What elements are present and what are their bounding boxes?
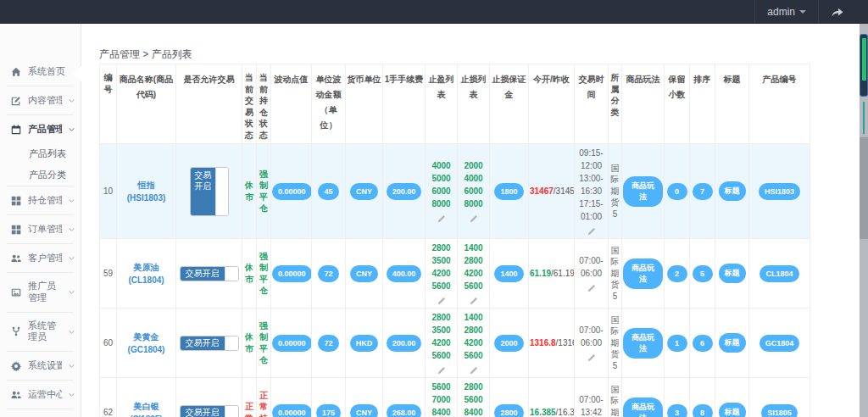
edit-pencil-icon[interactable] [470, 297, 478, 305]
sort-pill[interactable]: 7 [693, 183, 713, 200]
point-pill[interactable]: 0.00000 [272, 335, 312, 352]
unit-pill[interactable]: 72 [318, 335, 338, 352]
cell-sort: 5 [690, 239, 715, 309]
cell-trade-time: 07:00- 06:00 [575, 239, 609, 309]
cell-play: 商品玩法 [622, 144, 665, 239]
cell-sort: 7 [690, 144, 715, 239]
scrollbar-thumb[interactable] [860, 34, 868, 97]
scrollbar[interactable] [860, 24, 868, 417]
code-pill[interactable]: HSI1803 [759, 183, 800, 200]
point-pill[interactable]: 0.00000 [272, 183, 312, 200]
sidebar-subitem-product-category[interactable]: 产品分类 [0, 164, 81, 186]
product-link[interactable]: 美白银(SI1805) [118, 400, 175, 417]
play-button[interactable]: 商品玩法 [623, 176, 663, 207]
unit-pill[interactable]: 45 [318, 183, 338, 200]
sort-pill[interactable]: 8 [693, 404, 713, 417]
trade-toggle[interactable]: 交易开启 [190, 167, 229, 216]
currency-pill[interactable]: CNY [350, 265, 378, 282]
fee-pill[interactable]: 400.00 [387, 265, 422, 282]
point-pill[interactable]: 0.00000 [272, 265, 312, 282]
cell-currency: HKD [346, 309, 383, 378]
cell-toggle: 交易开启 [176, 144, 242, 239]
sidebar-item-promoters[interactable]: 推广员管理 [0, 273, 81, 312]
currency-pill[interactable]: CNY [350, 183, 378, 200]
cell-margin: 2000 [490, 309, 529, 378]
sidebar-item-label: 内容管理 [28, 94, 62, 107]
cell-stop-loss: 2800 5600 8400 11200 [458, 378, 490, 417]
col-product-code: 产品编号 [749, 64, 810, 144]
play-button[interactable]: 商品玩法 [623, 398, 663, 417]
decimals-pill[interactable]: 2 [667, 265, 687, 282]
cell-currency: CNY [346, 378, 383, 417]
sidebar-item-home[interactable]: 系统首页 [0, 58, 81, 86]
trade-toggle[interactable]: 交易开启 [180, 336, 239, 351]
fee-pill[interactable]: 200.00 [387, 335, 422, 352]
edit-pencil-icon[interactable] [587, 353, 596, 362]
trade-toggle[interactable]: 交易开启 [180, 405, 239, 417]
margin-pill[interactable]: 1800 [494, 183, 523, 200]
code-pill[interactable]: GC1804 [760, 335, 800, 352]
sidebar-item-customers[interactable]: 客户管理 [0, 244, 81, 272]
decimals-pill[interactable]: 3 [667, 404, 687, 417]
user-menu[interactable]: admin [754, 0, 819, 23]
fee-pill[interactable]: 268.00 [387, 404, 422, 417]
margin-pill[interactable]: 2800 [494, 404, 523, 417]
cell-trade-status: 休市 [242, 309, 257, 378]
cell-position-status: 强制平仓 [257, 309, 271, 378]
cell-margin: 2800 [490, 378, 529, 417]
fee-pill[interactable]: 200.00 [387, 183, 422, 200]
edit-pencil-icon[interactable] [470, 214, 478, 223]
edit-pencil-icon[interactable] [437, 297, 446, 305]
title-button[interactable]: 标题 [719, 181, 746, 201]
edit-icon [10, 95, 22, 107]
sidebar-item-content[interactable]: 内容管理 [0, 86, 81, 114]
play-button[interactable]: 商品玩法 [623, 259, 663, 289]
code-pill[interactable]: CL1804 [760, 265, 798, 282]
currency-pill[interactable]: HKD [350, 335, 379, 352]
currency-pill[interactable]: CNY [350, 404, 378, 417]
close-price: /16.395 [556, 408, 575, 417]
toggle-label: 交易开启 [191, 168, 215, 215]
sidebar-item-admins[interactable]: 系统管理员 [0, 313, 81, 352]
decimals-pill[interactable]: 1 [667, 335, 687, 352]
toggle-knob [225, 267, 238, 281]
edit-pencil-icon[interactable] [437, 366, 446, 375]
logout-button[interactable] [819, 0, 856, 23]
sidebar-item-products[interactable]: 产品管理 [0, 115, 81, 143]
title-button[interactable]: 标题 [719, 403, 746, 417]
sort-pill[interactable]: 5 [693, 265, 713, 282]
sidebar-item-orders[interactable]: 订单管理 [0, 215, 81, 243]
sidebar-subitem-product-list[interactable]: 产品列表 [0, 143, 81, 164]
edit-pencil-icon[interactable] [587, 227, 596, 236]
col-trade-status: 当前交易状态 [242, 64, 257, 144]
unit-pill[interactable]: 72 [318, 265, 338, 282]
play-button[interactable]: 商品玩法 [623, 328, 663, 359]
title-button[interactable]: 标题 [719, 333, 746, 353]
cell-open-close: 1316.8/1316.2 [529, 309, 575, 378]
point-pill[interactable]: 0.00000 [272, 404, 312, 417]
margin-pill[interactable]: 1400 [494, 265, 523, 282]
product-link[interactable]: 美原油(CL1804) [118, 261, 175, 286]
product-link[interactable]: 恒指(HSI1803) [118, 179, 175, 204]
open-price: 1316.8 [530, 338, 556, 348]
gear-icon [10, 360, 22, 372]
sidebar-item-operations[interactable]: 运营中心 [0, 381, 81, 409]
sort-pill[interactable]: 6 [693, 335, 713, 352]
sidebar-item-positions[interactable]: 持仓管理 [0, 186, 81, 214]
decimals-pill[interactable]: 0 [667, 183, 687, 200]
title-button[interactable]: 标题 [719, 264, 746, 283]
cell-id: 62 [100, 378, 117, 417]
cell-take-profit: 4000 5000 6000 8000 [426, 144, 458, 239]
col-name: 商品名称(商品代码) [117, 64, 176, 144]
sidebar-item-settings[interactable]: 系统设置 [0, 352, 81, 380]
edit-pencil-icon[interactable] [587, 284, 596, 292]
margin-pill[interactable]: 2000 [494, 335, 523, 352]
sidebar-item-label: 系统首页 [28, 65, 65, 78]
code-pill[interactable]: SI1805 [761, 404, 798, 417]
trade-toggle[interactable]: 交易开启 [180, 266, 239, 281]
edit-pencil-icon[interactable] [437, 214, 446, 223]
edit-pencil-icon[interactable] [470, 366, 478, 375]
product-link[interactable]: 美黄金(GC1804) [118, 331, 175, 356]
sidebar-item-agents[interactable]: 代理 [0, 409, 81, 417]
unit-pill[interactable]: 175 [316, 404, 341, 417]
